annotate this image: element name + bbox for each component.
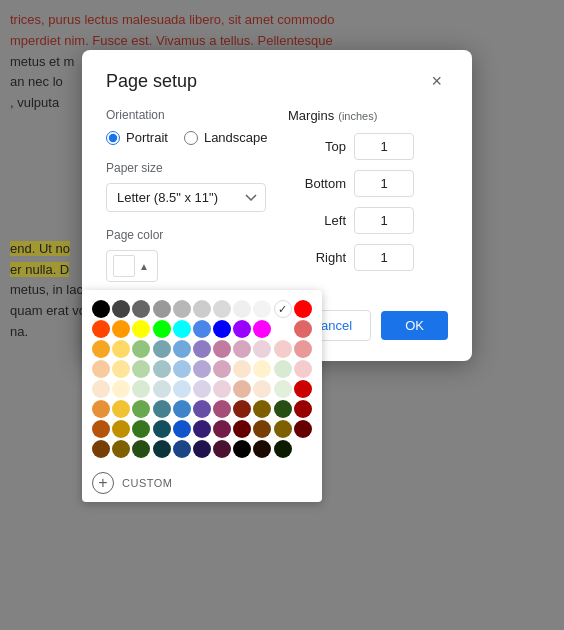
margin-input-top[interactable] <box>354 133 414 160</box>
color-dot[interactable] <box>213 380 231 398</box>
color-dot[interactable] <box>294 360 312 378</box>
color-dot[interactable] <box>132 440 150 458</box>
color-dot[interactable] <box>294 380 312 398</box>
color-dot[interactable] <box>193 440 211 458</box>
color-dot[interactable] <box>112 400 130 418</box>
color-dot[interactable] <box>233 320 251 338</box>
color-dot[interactable] <box>92 420 110 438</box>
color-dot[interactable] <box>233 360 251 378</box>
color-dot[interactable] <box>193 360 211 378</box>
color-dot[interactable] <box>294 320 312 338</box>
color-dot[interactable] <box>274 340 292 358</box>
color-dot[interactable] <box>274 360 292 378</box>
color-dot[interactable] <box>112 360 130 378</box>
color-dot[interactable] <box>274 420 292 438</box>
color-dot[interactable] <box>274 300 292 318</box>
color-dot[interactable] <box>153 360 171 378</box>
color-dot[interactable] <box>153 300 171 318</box>
paper-size-select[interactable]: Letter (8.5" x 11") A4 A3 Legal Tabloid <box>106 183 266 212</box>
color-dot[interactable] <box>233 400 251 418</box>
color-dot[interactable] <box>193 300 211 318</box>
color-dot[interactable] <box>112 320 130 338</box>
color-dot[interactable] <box>132 420 150 438</box>
ok-button[interactable]: OK <box>381 311 448 340</box>
color-dot[interactable] <box>213 440 231 458</box>
color-dot[interactable] <box>112 440 130 458</box>
color-dot[interactable] <box>274 400 292 418</box>
color-dot[interactable] <box>153 380 171 398</box>
color-dot[interactable] <box>132 340 150 358</box>
color-dot[interactable] <box>294 400 312 418</box>
color-dot[interactable] <box>253 400 271 418</box>
portrait-option[interactable]: Portrait <box>106 130 168 145</box>
color-dot[interactable] <box>173 400 191 418</box>
color-dot[interactable] <box>132 300 150 318</box>
color-dot[interactable] <box>112 380 130 398</box>
color-dot[interactable] <box>193 420 211 438</box>
color-dot[interactable] <box>112 300 130 318</box>
color-dot[interactable] <box>213 300 231 318</box>
color-dot[interactable] <box>132 320 150 338</box>
color-dot[interactable] <box>253 380 271 398</box>
color-dot[interactable] <box>173 360 191 378</box>
dialog-body: Orientation Portrait Landscape Paper siz… <box>106 108 448 294</box>
color-dot[interactable] <box>92 380 110 398</box>
color-dot[interactable] <box>173 420 191 438</box>
margin-input-left[interactable] <box>354 207 414 234</box>
color-dot[interactable] <box>294 340 312 358</box>
color-dot[interactable] <box>233 420 251 438</box>
color-dot[interactable] <box>193 340 211 358</box>
color-dot[interactable] <box>92 400 110 418</box>
color-dot[interactable] <box>253 420 271 438</box>
color-dot[interactable] <box>92 300 110 318</box>
margin-input-right[interactable] <box>354 244 414 271</box>
color-dot[interactable] <box>92 360 110 378</box>
color-dot[interactable] <box>233 380 251 398</box>
color-dot[interactable] <box>213 420 231 438</box>
add-custom-color-button[interactable]: + <box>92 472 114 494</box>
color-dot[interactable] <box>274 440 292 458</box>
color-dot[interactable] <box>253 320 271 338</box>
color-dot[interactable] <box>173 320 191 338</box>
color-dot[interactable] <box>173 440 191 458</box>
color-dot[interactable] <box>253 340 271 358</box>
color-dot[interactable] <box>253 300 271 318</box>
color-dot[interactable] <box>112 340 130 358</box>
color-dot[interactable] <box>193 400 211 418</box>
color-dot[interactable] <box>253 360 271 378</box>
color-dot[interactable] <box>233 300 251 318</box>
color-dot[interactable] <box>132 380 150 398</box>
close-button[interactable]: × <box>425 70 448 92</box>
color-dot[interactable] <box>294 420 312 438</box>
color-dot[interactable] <box>153 340 171 358</box>
color-dot[interactable] <box>173 300 191 318</box>
color-dot[interactable] <box>173 380 191 398</box>
portrait-radio[interactable] <box>106 131 120 145</box>
color-dot[interactable] <box>173 340 191 358</box>
color-dot[interactable] <box>193 380 211 398</box>
color-dot[interactable] <box>193 320 211 338</box>
color-dot[interactable] <box>153 420 171 438</box>
color-dot[interactable] <box>112 420 130 438</box>
color-dot[interactable] <box>92 440 110 458</box>
color-dot[interactable] <box>213 340 231 358</box>
color-dot[interactable] <box>233 440 251 458</box>
margin-input-bottom[interactable] <box>354 170 414 197</box>
color-dot[interactable] <box>253 440 271 458</box>
color-dot[interactable] <box>294 300 312 318</box>
color-dot[interactable] <box>213 400 231 418</box>
color-picker-trigger[interactable]: ▲ <box>106 250 158 282</box>
color-dot[interactable] <box>132 360 150 378</box>
color-dot[interactable] <box>153 320 171 338</box>
color-dot[interactable] <box>132 400 150 418</box>
color-dot[interactable] <box>153 400 171 418</box>
color-dot[interactable] <box>213 360 231 378</box>
color-dot[interactable] <box>233 340 251 358</box>
color-dot[interactable] <box>213 320 231 338</box>
color-dot[interactable] <box>274 380 292 398</box>
landscape-option[interactable]: Landscape <box>184 130 268 145</box>
color-dot[interactable] <box>92 340 110 358</box>
color-dot[interactable] <box>92 320 110 338</box>
color-dot[interactable] <box>153 440 171 458</box>
landscape-radio[interactable] <box>184 131 198 145</box>
